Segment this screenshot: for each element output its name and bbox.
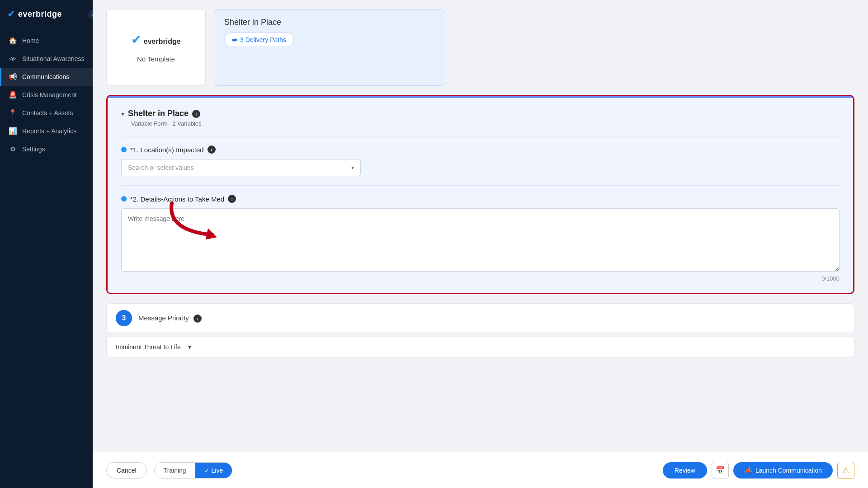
form-title-info-icon[interactable]: i [192,110,200,118]
field2-info-icon[interactable]: i [228,195,236,203]
form-collapse-chevron-icon[interactable]: ▾ [121,110,124,117]
mode-toggle: Training ✓ Live [154,462,233,479]
reports-analytics-icon: 📊 [9,127,17,135]
sidebar-nav: 🏠 Home 👁 Situational Awareness 📢 Communi… [0,32,93,488]
priority-row: Imminent Threat to Life ▾ [106,337,854,357]
message-priority-label: Message Priority [138,314,189,322]
settings-icon: ⚙ [9,145,17,153]
priority-info-icon[interactable]: i [193,314,202,323]
delivery-paths-icon: ⇌ [232,36,237,43]
priority-value: Imminent Threat to Life [116,343,181,351]
priority-value-text: Imminent Threat to Life [116,343,181,351]
cancel-button[interactable]: Cancel [106,462,147,479]
location-search-arrow-icon: ▾ [351,164,354,171]
delivery-paths-label: 3 Delivery Paths [240,36,286,43]
card-logo-check-icon: ✔ [131,33,142,47]
char-count: 0/1000 [121,275,840,282]
field2-label: *2. Details-Actions to Take Med [130,195,224,203]
situational-awareness-icon: 👁 [9,55,17,63]
location-search-select[interactable]: Search or select values ▾ [121,159,361,176]
sidebar-item-contacts-assets[interactable]: 📍 Contacts + Assets [0,104,93,122]
bottom-right-actions: Review 📅 📣 Launch Communication ⚠ [663,462,854,479]
sidebar-item-crisis-label: Crisis Management [22,91,77,99]
priority-dropdown-arrow-icon[interactable]: ▾ [188,343,191,351]
no-template-label: No Template [137,55,175,63]
communications-icon: 📢 [9,73,17,81]
sidebar-item-crisis-management[interactable]: 🚨 Crisis Management [0,86,93,104]
section3-title: Message Priority i [138,314,845,323]
delivery-paths-area: ⇌ 3 Delivery Paths [224,33,436,47]
delivery-paths-button[interactable]: ⇌ 3 Delivery Paths [224,33,294,47]
variable-form-section: ▾ Shelter in Place i Variable Form · 2 V… [106,95,854,294]
sidebar-item-reports-label: Reports + Analytics [22,127,76,135]
top-cards-area: ✔ everbridge No Template Shelter in Plac… [93,0,868,90]
home-icon: 🏠 [9,37,17,45]
form-title: Shelter in Place [128,109,189,118]
review-button[interactable]: Review [663,462,707,479]
training-mode-button[interactable]: Training [155,463,195,478]
crisis-management-icon: 🚨 [9,91,17,99]
step3-badge: 3 [116,310,132,326]
form-divider-1 [121,136,840,136]
step3-label: 3 [122,314,126,322]
location-search-placeholder: Search or select values [128,164,194,171]
form-subtitle: Variable Form · 2 Variables [131,120,840,127]
sidebar: ✔ everbridge « 🏠 Home 👁 Situational Awar… [0,0,93,488]
no-template-card: ✔ everbridge No Template [106,9,206,86]
sidebar-item-contacts-label: Contacts + Assets [22,109,73,117]
sidebar-item-settings-label: Settings [22,145,45,153]
bottom-bar: Cancel Training ✓ Live Review 📅 📣 Launch… [93,452,868,488]
shelter-card-title: Shelter in Place [224,18,436,27]
calendar-button[interactable]: 📅 [712,462,729,479]
form-header: ▾ Shelter in Place i [121,109,840,118]
field1-label: *1. Location(s) Impacted [130,146,204,154]
sidebar-item-home[interactable]: 🏠 Home [0,32,93,50]
form-divider-2 [121,185,840,186]
field2-dot [121,196,127,202]
launch-label: Launch Communication [755,467,822,474]
form-inner: ▾ Shelter in Place i Variable Form · 2 V… [108,96,853,293]
field1-label-row: *1. Location(s) Impacted i [121,145,840,154]
sidebar-logo: ✔ everbridge [0,0,93,27]
section3-row: 3 Message Priority i [106,303,854,333]
sidebar-item-situational-label: Situational Awareness [22,55,85,62]
sidebar-item-situational-awareness[interactable]: 👁 Situational Awareness [0,50,93,68]
field1-info-icon[interactable]: i [208,145,216,154]
sidebar-item-communications-label: Communications [22,73,69,80]
live-checkmark-icon: ✓ [204,467,212,474]
sidebar-item-communications[interactable]: 📢 Communications [0,68,93,86]
warning-icon: ⚠ [842,465,849,475]
calendar-icon: 📅 [716,466,725,474]
shelter-card: Shelter in Place ⇌ 3 Delivery Paths [215,9,445,86]
contacts-assets-icon: 📍 [9,109,17,117]
sidebar-item-reports-analytics[interactable]: 📊 Reports + Analytics [0,122,93,140]
field2-label-row: *2. Details-Actions to Take Med i [121,195,840,203]
main-content: ✔ everbridge No Template Shelter in Plac… [93,0,868,488]
sidebar-item-home-label: Home [22,37,39,44]
launch-communication-button[interactable]: 📣 Launch Communication [733,462,833,479]
logo-container: ✔ everbridge [7,8,62,20]
card-logo-text: everbridge [144,38,181,45]
field1-dot [121,147,127,152]
card-logo: ✔ everbridge [131,32,180,47]
sidebar-item-settings[interactable]: ⚙ Settings [0,140,93,158]
warning-button[interactable]: ⚠ [837,462,854,479]
live-label: Live [212,467,223,474]
live-mode-button[interactable]: ✓ Live [195,463,232,478]
logo-check-icon: ✔ [7,8,15,20]
megaphone-icon: 📣 [744,467,752,474]
logo-text: everbridge [18,9,62,19]
message-textarea[interactable] [121,208,840,272]
